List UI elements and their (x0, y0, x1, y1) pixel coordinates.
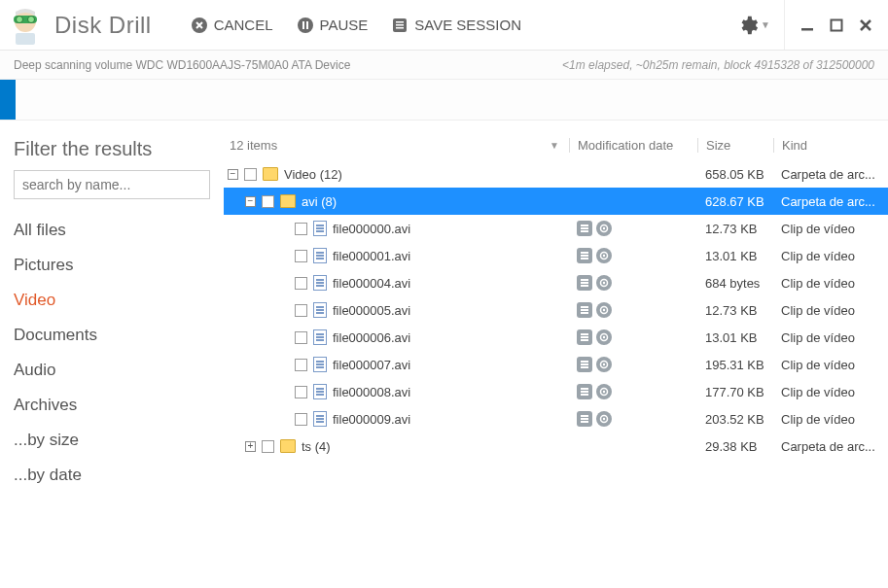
svg-rect-13 (801, 28, 813, 31)
save-session-button[interactable]: SAVE SESSION (391, 17, 521, 34)
filter-item-archives[interactable]: Archives (14, 388, 210, 423)
svg-rect-11 (396, 24, 404, 26)
video-file-icon (313, 411, 327, 427)
column-kind[interactable]: Kind (773, 138, 888, 153)
row-checkbox[interactable] (262, 195, 274, 208)
file-row[interactable]: file000009.avi203.52 KBClip de vídeo (224, 405, 888, 432)
settings-button[interactable]: ▼ (737, 15, 770, 36)
row-checkbox[interactable] (295, 359, 307, 371)
close-button[interactable] (851, 11, 880, 40)
preview-action-icon[interactable] (596, 248, 612, 263)
svg-rect-27 (581, 285, 588, 287)
row-kind: Clip de vídeo (773, 385, 888, 399)
row-name: file000007.avi (333, 358, 410, 372)
row-kind: Clip de vídeo (773, 412, 888, 427)
file-row[interactable]: file000004.avi684 bytesClip de vídeo (224, 269, 888, 296)
row-checkbox[interactable] (295, 277, 307, 290)
svg-rect-12 (396, 27, 404, 29)
pause-icon (297, 17, 314, 34)
row-kind: Clip de vídeo (773, 330, 888, 345)
list-action-icon[interactable] (577, 275, 592, 291)
cancel-button[interactable]: CANCEL (191, 17, 273, 34)
list-action-icon[interactable] (577, 384, 592, 399)
list-action-icon[interactable] (577, 248, 592, 263)
folder-row[interactable]: +ts (4)29.38 KBCarpeta de arc... (224, 432, 888, 460)
file-row[interactable]: file000006.avi13.01 KBClip de vídeo (224, 324, 888, 351)
status-left: Deep scanning volume WDC WD1600AAJS-75M0… (14, 58, 350, 72)
minimize-button[interactable] (793, 11, 822, 40)
row-checkbox[interactable] (295, 331, 307, 344)
file-row[interactable]: file000008.avi177.70 KBClip de vídeo (224, 378, 888, 405)
titlebar: Disk Drill CANCEL PAUSE SAVE SESSION ▼ (0, 0, 888, 51)
row-size: 13.01 KB (697, 249, 773, 263)
row-kind: Carpeta de arc... (773, 167, 888, 182)
row-checkbox[interactable] (262, 440, 274, 453)
svg-point-54 (603, 418, 605, 420)
row-checkbox[interactable] (295, 250, 307, 262)
filter-item-documents[interactable]: Documents (14, 318, 210, 353)
row-name: file000008.avi (333, 385, 410, 399)
list-action-icon[interactable] (577, 302, 592, 318)
preview-action-icon[interactable] (596, 329, 612, 345)
app-logo (0, 0, 51, 51)
row-checkbox[interactable] (295, 413, 307, 426)
filter-item-video[interactable]: Video (14, 283, 210, 318)
list-action-icon[interactable] (577, 221, 592, 236)
preview-action-icon[interactable] (596, 221, 612, 236)
file-row[interactable]: file000001.avi13.01 KBClip de vídeo (224, 242, 888, 269)
file-row[interactable]: file000000.avi12.73 KBClip de vídeo (224, 215, 888, 242)
column-date[interactable]: Modification date (569, 138, 697, 153)
filter-item--by-size[interactable]: ...by size (14, 423, 210, 458)
search-input[interactable] (14, 170, 210, 199)
svg-point-29 (603, 282, 605, 284)
column-size[interactable]: Size (697, 138, 773, 153)
svg-rect-10 (396, 21, 404, 23)
filter-item-all-files[interactable]: All files (14, 213, 210, 248)
row-kind: Clip de vídeo (773, 276, 888, 291)
list-action-icon[interactable] (577, 357, 592, 372)
file-row[interactable]: file000007.avi195.31 KBClip de vídeo (224, 351, 888, 378)
row-size: 12.73 KB (697, 303, 773, 318)
row-kind: Clip de vídeo (773, 358, 888, 372)
preview-action-icon[interactable] (596, 357, 612, 372)
filter-item-pictures[interactable]: Pictures (14, 248, 210, 283)
row-name: Video (12) (284, 167, 342, 182)
svg-rect-40 (581, 361, 588, 363)
row-name: file000004.avi (333, 276, 410, 291)
svg-point-39 (603, 336, 605, 338)
preview-action-icon[interactable] (596, 275, 612, 291)
row-checkbox[interactable] (295, 386, 307, 398)
folder-icon (280, 439, 296, 453)
svg-rect-32 (581, 312, 588, 314)
row-checkbox[interactable] (295, 304, 307, 317)
row-checkbox[interactable] (244, 168, 257, 181)
row-size: 658.05 KB (697, 167, 773, 182)
maximize-button[interactable] (822, 11, 851, 40)
filter-item-audio[interactable]: Audio (14, 353, 210, 388)
preview-action-icon[interactable] (596, 302, 612, 318)
svg-rect-8 (306, 21, 308, 29)
row-name: file000001.avi (333, 249, 410, 263)
preview-action-icon[interactable] (596, 411, 612, 427)
filter-title: Filter the results (14, 138, 210, 160)
row-checkbox[interactable] (295, 223, 307, 235)
file-row[interactable]: file000005.avi12.73 KBClip de vídeo (224, 296, 888, 324)
svg-rect-30 (581, 306, 588, 308)
pause-button[interactable]: PAUSE (297, 17, 369, 34)
app-title: Disk Drill (54, 12, 152, 39)
folder-row[interactable]: −Video (12)658.05 KBCarpeta de arc... (224, 160, 888, 188)
folder-icon (280, 194, 296, 208)
list-action-icon[interactable] (577, 329, 592, 345)
preview-action-icon[interactable] (596, 384, 612, 399)
svg-point-19 (603, 227, 605, 229)
filter-item--by-date[interactable]: ...by date (14, 458, 210, 493)
svg-rect-45 (581, 388, 588, 390)
expand-icon[interactable]: + (245, 441, 256, 452)
row-name: ts (4) (302, 439, 331, 454)
folder-row[interactable]: −avi (8)628.67 KBCarpeta de arc... (224, 188, 888, 215)
column-name[interactable]: 12 items ▼ (224, 138, 569, 153)
collapse-icon[interactable]: − (228, 169, 238, 180)
list-action-icon[interactable] (577, 411, 592, 427)
row-size: 684 bytes (697, 276, 773, 291)
collapse-icon[interactable]: − (245, 196, 256, 207)
